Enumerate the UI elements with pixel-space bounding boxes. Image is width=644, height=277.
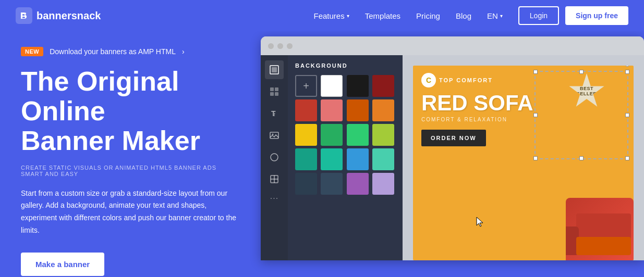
color-black[interactable]: [347, 75, 369, 97]
color-mid-red[interactable]: [295, 99, 317, 121]
tool-text[interactable]: T t: [265, 104, 284, 123]
nav-features[interactable]: Features ▾: [314, 11, 349, 20]
color-dark-blue[interactable]: [295, 173, 317, 195]
handle-bottom-left[interactable]: [533, 156, 538, 160]
color-teal[interactable]: [295, 148, 317, 170]
nav-templates[interactable]: Templates: [365, 11, 400, 20]
svg-rect-5: [275, 92, 278, 96]
svg-rect-1: [272, 67, 277, 72]
color-light-red[interactable]: [321, 99, 343, 121]
banner-preview: C TOP COMFORT RED SOFA COMFORT & RELAXAT…: [413, 66, 634, 260]
tool-layout[interactable]: [265, 82, 284, 101]
color-white[interactable]: [321, 75, 343, 97]
browser-dot-yellow: [277, 43, 283, 49]
color-orange[interactable]: [372, 99, 394, 121]
make-banner-button[interactable]: Make a banner: [21, 253, 104, 276]
tool-background[interactable]: [265, 60, 284, 79]
svg-rect-8: [270, 132, 278, 138]
browser-mockup: T t: [261, 31, 644, 277]
editor-tools-sidebar: T t: [261, 55, 288, 260]
tool-effects[interactable]: [265, 170, 284, 188]
hero-body-text: Start from a custom size or grab a stand…: [21, 187, 240, 237]
banner-logo-c: C: [421, 73, 436, 87]
navigation: bannersnack Features ▾ Templates Pricing…: [0, 0, 644, 31]
color-dark-red[interactable]: [372, 75, 394, 97]
login-button[interactable]: Login: [518, 6, 559, 25]
color-grid: +: [295, 75, 395, 195]
banner-brand-name: TOP COMFORT: [439, 77, 493, 83]
color-light-cyan[interactable]: [372, 148, 394, 170]
nav-lang[interactable]: EN ▾: [487, 11, 503, 20]
announcement-bar: NEW Download your banners as AMP HTML ›: [21, 47, 240, 56]
handle-bottom-right[interactable]: [625, 156, 629, 160]
color-light-green[interactable]: [347, 124, 369, 146]
svg-rect-4: [270, 92, 274, 96]
nav-blog[interactable]: Blog: [456, 11, 471, 20]
hero-section: NEW Download your banners as AMP HTML › …: [0, 31, 261, 277]
banner-main-text: RED SOFA: [413, 92, 634, 115]
badge-arrow-icon: ›: [182, 47, 185, 56]
color-panel: BACKGROUND +: [288, 55, 403, 260]
color-lavender[interactable]: [372, 173, 394, 195]
color-sky-blue[interactable]: [347, 148, 369, 170]
hero-title: The Original Online Banner Maker: [21, 67, 240, 156]
logo-text: bannersnack: [37, 10, 101, 22]
panel-title: BACKGROUND: [295, 62, 395, 69]
logo-icon: [16, 7, 32, 24]
tool-shape[interactable]: [265, 148, 284, 167]
color-cyan[interactable]: [321, 148, 343, 170]
signup-button[interactable]: Sign up free: [565, 6, 628, 25]
canvas-area: C TOP COMFORT RED SOFA COMFORT & RELAXAT…: [403, 55, 644, 260]
browser-bar: [261, 36, 644, 55]
sofa-seat: [576, 237, 631, 255]
browser-content: T t: [261, 55, 644, 260]
color-mid-blue[interactable]: [321, 173, 343, 195]
color-yellow-green[interactable]: [372, 124, 394, 146]
tool-image[interactable]: [265, 126, 284, 145]
add-color-button[interactable]: +: [295, 75, 317, 97]
sofa-back: [576, 213, 631, 240]
svg-rect-2: [270, 87, 274, 91]
browser-dot-red: [268, 43, 274, 49]
banner-cta[interactable]: ORDER NOW: [421, 130, 486, 146]
new-badge: NEW: [21, 47, 43, 56]
lang-chevron-icon: ▾: [500, 13, 503, 19]
banner-sub-text: COMFORT & RELAXATION: [413, 115, 634, 124]
main-content: NEW Download your banners as AMP HTML › …: [0, 31, 644, 277]
nav-buttons: Login Sign up free: [518, 6, 628, 25]
sofa-image: [566, 198, 634, 260]
svg-point-10: [271, 154, 278, 161]
color-purple[interactable]: [347, 173, 369, 195]
browser-window: T t: [261, 36, 644, 260]
more-tools-icon[interactable]: ···: [270, 194, 278, 203]
color-dark-orange2[interactable]: [347, 99, 369, 121]
features-chevron-icon: ▾: [347, 13, 349, 19]
color-dark-green[interactable]: [321, 124, 343, 146]
color-yellow[interactable]: [295, 124, 317, 146]
nav-pricing[interactable]: Pricing: [416, 11, 440, 20]
cursor-icon: [476, 216, 486, 232]
nav-links: Features ▾ Templates Pricing Blog EN ▾: [314, 11, 503, 20]
badge-text: Download your banners as AMP HTML: [50, 47, 176, 56]
svg-rect-3: [275, 87, 278, 91]
handle-bottom-mid[interactable]: [579, 156, 584, 160]
browser-dot-green: [287, 43, 293, 49]
hero-subtitle: CREATE STATIC VISUALS OR ANIMATED HTML5 …: [21, 165, 240, 177]
logo[interactable]: bannersnack: [16, 7, 101, 24]
